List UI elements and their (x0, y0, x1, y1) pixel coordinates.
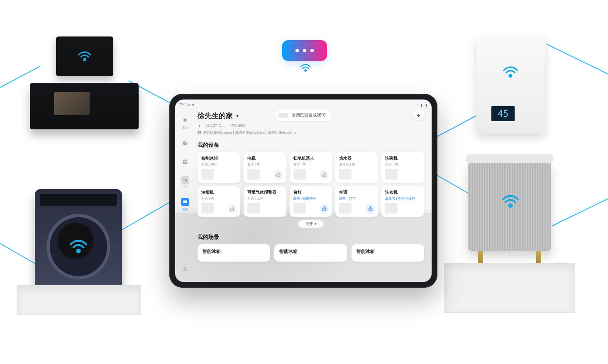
chevron-down-icon: ▾ (315, 222, 317, 226)
rail-item-user[interactable] (179, 265, 191, 274)
temp-text: 温度27°C (205, 123, 221, 129)
list-icon: ☲ (198, 131, 203, 135)
device-card[interactable]: 台灯卧室 | 亮度80%⏻ (290, 186, 332, 217)
scene-card[interactable]: 智能冰箱 (352, 244, 424, 262)
device-card[interactable]: 扫地机器人客厅 | 关⏻ (290, 152, 332, 183)
main-content: 徐先生的家 ▼ 🌡 温度27°C | 湿度30% ☲ 洗衣机剩余XXmin | … (195, 107, 432, 282)
device-status: 客厅 | 关 (247, 162, 283, 167)
pie-icon (181, 139, 189, 147)
device-card[interactable]: 智能冰箱厨房 | 关闭 (198, 152, 240, 183)
device-status: 厨房 | 关 (201, 196, 237, 201)
heater-readout: 45 (491, 106, 515, 121)
scene-card[interactable]: 智能冰箱 (274, 244, 347, 262)
section-title-scenes: 我的场景 (198, 233, 424, 241)
device-thumb (201, 169, 214, 180)
device-thumb (385, 169, 398, 180)
device-name: 洗碗机 (385, 155, 420, 161)
device-status: 卧室 | 亮度80% (293, 196, 329, 201)
device-card[interactable]: 油烟机厨房 | 关⏻ (198, 186, 240, 217)
smart-icon (181, 198, 189, 206)
device-name: 电视 (247, 155, 283, 161)
rail-item-grid[interactable] (179, 158, 191, 167)
device-name: 可燃气体报警器 (247, 189, 283, 195)
device-smart-hub-wide (30, 83, 139, 129)
thermometer-icon: 🌡 (198, 124, 201, 128)
section-title-devices: 我的设备 (198, 141, 424, 149)
pedestal (444, 263, 575, 312)
home-selector[interactable]: 徐先生的家 ▼ (198, 111, 239, 121)
divider: | (225, 124, 226, 128)
device-thumb (339, 169, 352, 180)
device-status: 厨房 | 关闭 (201, 162, 237, 167)
power-button[interactable]: ⏻ (320, 170, 329, 180)
device-name: 台灯 (293, 189, 329, 195)
device-status: 客厅 | 关 (293, 162, 329, 167)
chevron-down-icon: ▼ (235, 114, 239, 118)
grid-icon (181, 158, 189, 166)
device-thumb (201, 203, 214, 214)
device-thumb (247, 169, 260, 180)
rail-label: TV (183, 186, 187, 189)
scene-grid: 智能冰箱智能冰箱智能冰箱 (198, 244, 424, 262)
task-2: 洗衣机剩余XXmin (235, 131, 265, 135)
device-grid: 智能冰箱厨房 | 关闭电视客厅 | 关⏻扫地机器人客厅 | 关⏻热水器卫生间 |… (198, 152, 424, 217)
device-name: 热水器 (339, 155, 374, 161)
user-icon (181, 265, 189, 274)
scene-card[interactable]: 智能冰箱 (198, 244, 270, 262)
environment-stats: 🌡 温度27°C | 湿度30% (198, 123, 424, 129)
svg-point-2 (76, 249, 81, 253)
wifi-icon (69, 239, 88, 255)
svg-rect-6 (186, 160, 188, 162)
pedestal (17, 285, 141, 314)
device-card[interactable]: 空调卧室 | 25°C⏻ (335, 186, 378, 217)
side-rail: 主页 TV TV (175, 107, 195, 282)
wifi-icon (501, 194, 520, 209)
device-status: 卧室 | 25°C (339, 196, 374, 201)
home-title-text: 徐先生的家 (198, 111, 233, 121)
rail-label: 主页 (182, 126, 188, 130)
device-thumb (293, 203, 306, 214)
device-name: 洗衣机 (385, 189, 420, 195)
device-thumb (339, 203, 352, 214)
power-button[interactable]: ⏻ (274, 170, 283, 180)
home-icon (181, 116, 189, 124)
rail-item-stats[interactable] (179, 139, 191, 148)
device-card[interactable]: 电视客厅 | 关⏻ (244, 152, 286, 183)
svg-point-4 (508, 204, 512, 207)
task-3: 洗衣机剩余XXmin (268, 131, 298, 135)
device-name: 智能冰箱 (201, 155, 237, 161)
wifi-icon (78, 51, 92, 62)
svg-rect-7 (183, 162, 185, 164)
svg-point-0 (304, 69, 306, 71)
svg-point-3 (509, 74, 512, 78)
device-card[interactable]: 洗衣机卫生间 | 剩余20分钟 (381, 186, 424, 217)
power-button[interactable]: ⏻ (320, 204, 329, 214)
expand-button[interactable]: 展开 ▾ (298, 220, 324, 228)
device-air-purifier (468, 162, 551, 251)
device-status: 厨房 | 关 (385, 162, 420, 167)
wifi-icon (300, 63, 311, 73)
device-smart-hub-small (56, 36, 113, 76)
svg-rect-5 (183, 160, 185, 162)
power-button[interactable]: ⏻ (228, 204, 237, 214)
device-name: 空调 (339, 189, 374, 195)
device-thumb (247, 203, 260, 214)
device-status: 卫生间 | 剩余20分钟 (385, 196, 420, 201)
device-card[interactable]: 可燃气体报警器厨房 | 正常 (244, 186, 286, 217)
tasks-line: ☲ 洗衣机剩余XXmin | 洗衣机剩余XXmin | 洗衣机剩余XXmin (198, 130, 424, 136)
rail-item-tv[interactable]: TV TV (179, 176, 191, 189)
voice-assistant-pill[interactable] (282, 40, 327, 61)
device-water-heater: 45 (476, 36, 545, 133)
device-name: 油烟机 (201, 189, 237, 195)
tablet-screen: 下午3:19 ◦ ▮ ▮ 空调已设置成26°C + 主页 (175, 99, 432, 282)
rail-item-home[interactable]: 主页 (179, 116, 191, 130)
device-thumb (385, 203, 398, 214)
expand-label: 展开 (305, 221, 313, 227)
wifi-icon (502, 66, 519, 79)
svg-rect-8 (186, 162, 188, 164)
rail-item-smart[interactable]: 智家 (179, 198, 191, 211)
svg-point-10 (184, 267, 186, 269)
device-card[interactable]: 热水器卫生间 | 关 (335, 152, 378, 183)
device-card[interactable]: 洗碗机厨房 | 关 (381, 152, 424, 183)
power-button[interactable]: ⏻ (366, 204, 375, 214)
